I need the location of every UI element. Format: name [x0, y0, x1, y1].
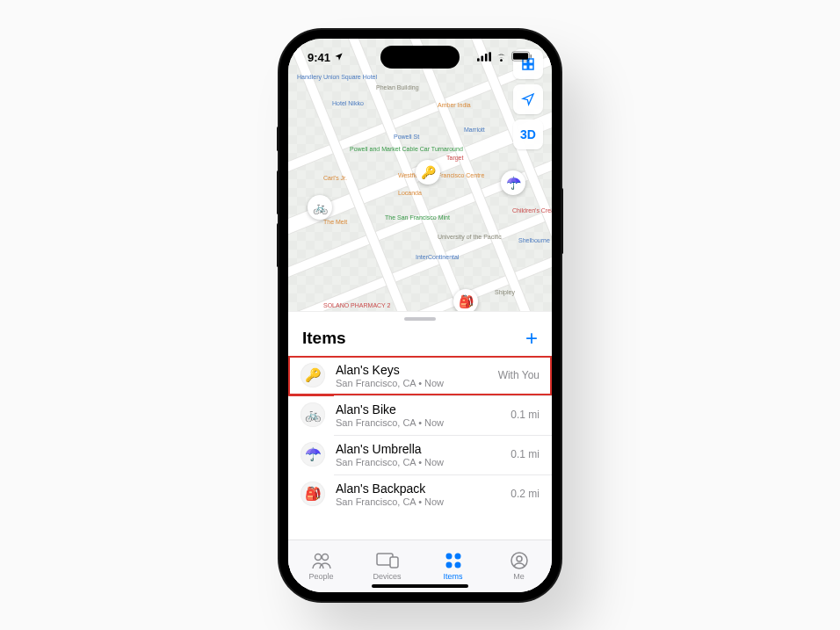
dynamic-island	[380, 46, 460, 69]
key-icon: 🔑	[301, 363, 325, 387]
map-pin[interactable]: 🎒	[453, 289, 478, 311]
map-poi-label: SOLANO PHARMACY 2	[323, 302, 391, 308]
map-pin[interactable]: 🔑	[416, 160, 440, 185]
map-poi-label: Shelbourne South Beach	[518, 237, 552, 243]
volume-up-button	[277, 170, 279, 214]
items-icon	[445, 551, 462, 570]
map-3d-button[interactable]: 3D	[513, 119, 543, 149]
people-icon	[311, 551, 332, 570]
wifi-icon	[495, 51, 508, 64]
svg-rect-0	[477, 58, 480, 62]
item-title: Alan's Bike	[336, 402, 500, 416]
svg-point-14	[454, 562, 460, 568]
item-subtitle: San Francisco, CA • Now	[336, 457, 500, 467]
bottom-sheet[interactable]: Items + 🔑Alan's KeysSan Francisco, CA • …	[288, 311, 552, 592]
sheet-grabber[interactable]	[404, 317, 436, 321]
item-info: 0.1 mi	[511, 409, 539, 421]
tab-label: Items	[443, 572, 462, 581]
svg-point-16	[517, 556, 522, 561]
item-subtitle: San Francisco, CA • Now	[336, 496, 500, 507]
item-info: 0.1 mi	[511, 448, 539, 460]
svg-rect-10	[390, 557, 398, 568]
devices-icon	[376, 551, 399, 570]
screen: 9:41	[288, 39, 552, 592]
item-subtitle: San Francisco, CA • Now	[336, 417, 500, 428]
item-title: Alan's Umbrella	[336, 442, 500, 456]
map-poi-label: Marriott	[464, 127, 485, 133]
svg-rect-3	[489, 52, 491, 62]
location-services-icon	[334, 51, 344, 64]
tab-me[interactable]: Me	[486, 540, 552, 592]
power-button	[561, 188, 563, 254]
svg-point-13	[445, 562, 452, 568]
map-poi-label: Locanda	[398, 190, 422, 196]
map-poi-label: Powell and Market Cable Car Turnaround	[350, 146, 463, 152]
umbrella-icon: ☂️	[301, 442, 325, 467]
tab-label: Devices	[373, 572, 401, 581]
umbrella-icon: ☂️	[506, 176, 521, 190]
bike-icon: 🚲	[313, 200, 328, 214]
map-poi-label: Phelan Building	[376, 84, 419, 91]
item-title: Alan's Backpack	[336, 482, 500, 496]
map-poi-label: Westfield San Francisco Centre	[398, 172, 484, 178]
battery-icon	[511, 51, 532, 64]
sheet-title: Items	[302, 329, 346, 348]
locate-me-button[interactable]	[513, 84, 543, 114]
backpack-icon: 🎒	[459, 294, 474, 308]
svg-rect-5	[513, 53, 528, 60]
add-item-button[interactable]: +	[525, 328, 538, 349]
map-poi-label: Amber India	[438, 102, 471, 108]
volume-down-button	[277, 223, 279, 267]
items-list: 🔑Alan's KeysSan Francisco, CA • NowWith …	[288, 356, 552, 539]
map-poi-label: Hotel Nikko	[332, 100, 364, 106]
map-pin[interactable]: 🚲	[308, 195, 332, 220]
map-poi-label: Target	[446, 155, 463, 161]
svg-point-7	[315, 554, 321, 561]
bike-icon: 🚲	[301, 402, 325, 427]
item-title: Alan's Keys	[336, 363, 488, 377]
svg-rect-1	[481, 56, 483, 62]
map-poi-label: Children's Creativity Museum	[512, 207, 552, 214]
tab-label: People	[308, 572, 333, 581]
item-row[interactable]: 🔑Alan's KeysSan Francisco, CA • NowWith …	[288, 356, 552, 395]
map-poi-label: Carl's Jr.	[323, 175, 347, 181]
phone-frame: 9:41	[279, 30, 561, 601]
backpack-icon: 🎒	[301, 482, 325, 506]
item-row[interactable]: 🚲Alan's BikeSan Francisco, CA • Now0.1 m…	[288, 395, 552, 435]
map-poi-label: University of the Pacific	[438, 234, 502, 240]
map-poi-label: Shipley	[495, 289, 515, 295]
status-time: 9:41	[308, 51, 330, 64]
item-row[interactable]: ☂️Alan's UmbrellaSan Francisco, CA • Now…	[288, 435, 552, 474]
map-pin[interactable]: ☂️	[501, 170, 525, 195]
svg-rect-6	[531, 54, 532, 58]
map-poi-label: The Melt	[323, 219, 347, 225]
item-info: With You	[498, 369, 539, 381]
item-row[interactable]: 🎒Alan's BackpackSan Francisco, CA • Now0…	[288, 474, 552, 514]
svg-rect-2	[485, 54, 488, 62]
cellular-signal-icon	[477, 51, 491, 64]
item-info: 0.2 mi	[511, 488, 539, 500]
mute-switch	[277, 127, 279, 151]
home-indicator[interactable]	[372, 584, 468, 588]
map-area[interactable]: Handlery Union Square HotelPhelan Buildi…	[288, 39, 552, 311]
key-icon: 🔑	[421, 165, 436, 179]
map-poi-label: The San Francisco Mint	[385, 214, 450, 221]
tab-label: Me	[513, 572, 525, 581]
tab-people[interactable]: People	[288, 540, 354, 592]
map-poi-label: Powell St	[394, 134, 419, 140]
me-icon	[511, 551, 528, 570]
item-subtitle: San Francisco, CA • Now	[336, 378, 488, 388]
map-poi-label: InterContinental	[416, 254, 459, 260]
svg-point-11	[445, 554, 452, 560]
svg-point-12	[454, 554, 460, 560]
svg-point-8	[322, 554, 328, 561]
